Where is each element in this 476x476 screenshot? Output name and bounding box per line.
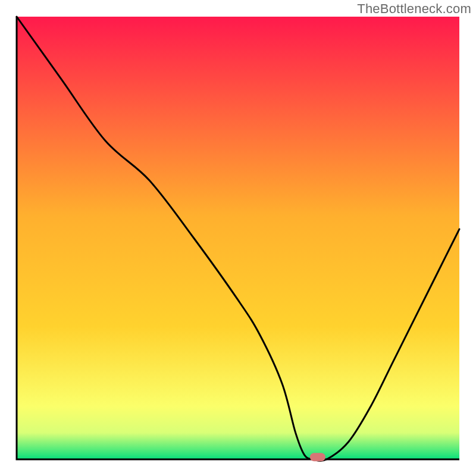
- optimal-marker: [310, 453, 325, 461]
- chart-svg: [0, 0, 476, 476]
- watermark-text: TheBottleneck.com: [357, 1, 471, 17]
- chart-container: TheBottleneck.com: [0, 0, 476, 476]
- plot-background: [17, 17, 459, 459]
